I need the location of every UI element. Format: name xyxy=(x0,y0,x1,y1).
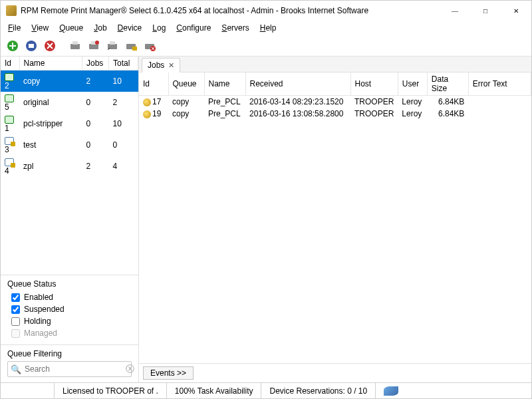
queue-row[interactable]: 1pcl-stripper010 xyxy=(1,113,138,134)
titlebar: RPM Remote Print Manager® Select 6.1.0.4… xyxy=(1,1,531,21)
managed-checkbox: Managed xyxy=(7,327,132,339)
printer-icon xyxy=(5,73,14,81)
content-area: Jobs ✕ Id Queue Name Received Host User … xyxy=(139,57,531,382)
printer-delete-button[interactable] xyxy=(142,38,158,54)
menu-servers[interactable]: Servers xyxy=(217,22,253,34)
jobs-header-datasize[interactable]: Data Size xyxy=(427,72,468,96)
printer3-button[interactable] xyxy=(104,38,120,54)
job-status-icon xyxy=(143,98,151,106)
queue-filtering-section: Queue Filtering 🔍 ⓧ xyxy=(1,344,138,382)
menu-log[interactable]: Log xyxy=(148,22,170,34)
queue-row[interactable]: 4zpl24 xyxy=(1,156,138,177)
close-tab-icon[interactable]: ✕ xyxy=(168,61,174,70)
status-availability: 100% Task Availability xyxy=(166,383,261,398)
svg-rect-2 xyxy=(29,44,34,48)
jobs-header-errortext[interactable]: Error Text xyxy=(468,72,531,96)
search-icon: 🔍 xyxy=(11,364,21,374)
svg-rect-4 xyxy=(70,44,80,49)
printer-icon xyxy=(5,116,14,124)
menu-device[interactable]: Device xyxy=(113,22,147,34)
queues-header-name[interactable]: Name xyxy=(19,57,82,70)
maximize-button[interactable]: □ xyxy=(470,1,501,21)
app-icon xyxy=(6,5,17,16)
queue-row[interactable]: 3test00 xyxy=(1,134,138,156)
events-bar: Events >> xyxy=(139,363,531,382)
add-queue-button[interactable] xyxy=(5,38,21,54)
clear-search-icon[interactable]: ⓧ xyxy=(126,363,134,375)
queues-header-jobs[interactable]: Jobs xyxy=(82,57,109,70)
menubar: File View Queue Job Device Log Configure… xyxy=(1,21,531,35)
queues-header-id[interactable]: Id xyxy=(1,57,19,70)
search-input[interactable] xyxy=(23,363,126,375)
queue-filtering-title: Queue Filtering xyxy=(7,349,132,358)
tabbar: Jobs ✕ xyxy=(139,57,531,72)
window-title: RPM Remote Print Manager® Select 6.1.0.4… xyxy=(21,6,440,15)
printer-icon xyxy=(5,158,14,166)
menu-queue[interactable]: Queue xyxy=(55,22,88,34)
tab-jobs-label: Jobs xyxy=(148,61,164,70)
queue-row[interactable]: 2copy210 xyxy=(1,70,138,92)
menu-help[interactable]: Help xyxy=(255,22,281,34)
job-row[interactable]: 19copyPre_PCL2016-03-16 13:08:58.2800TRO… xyxy=(139,108,531,120)
svg-rect-5 xyxy=(72,41,78,45)
svg-rect-6 xyxy=(89,44,98,49)
status-reservations: Device Reservations: 0 / 10 xyxy=(261,383,375,398)
events-button[interactable]: Events >> xyxy=(143,366,194,380)
printer-lock-button[interactable] xyxy=(123,38,139,54)
menu-file[interactable]: File xyxy=(3,22,25,34)
menu-view[interactable]: View xyxy=(27,22,53,34)
queue-row[interactable]: 5original02 xyxy=(1,92,138,113)
toolbar xyxy=(1,35,531,57)
sidebar: Id Name Jobs Total 2copy2105original021p… xyxy=(1,57,139,382)
queue-status-title: Queue Status xyxy=(7,279,132,289)
menu-configure[interactable]: Configure xyxy=(172,22,215,34)
jobs-header-received[interactable]: Received xyxy=(245,72,350,96)
jobs-header-queue[interactable]: Queue xyxy=(168,72,204,96)
tab-jobs[interactable]: Jobs ✕ xyxy=(142,58,180,72)
printer-icon xyxy=(5,137,14,145)
queues-header-total[interactable]: Total xyxy=(109,57,138,70)
close-button[interactable]: ✕ xyxy=(501,1,531,21)
job-status-icon xyxy=(143,110,151,118)
jobs-table[interactable]: Id Queue Name Received Host User Data Si… xyxy=(139,72,531,363)
delete-queue-button[interactable] xyxy=(42,38,58,54)
printer-icon xyxy=(5,94,14,102)
holding-checkbox[interactable]: Holding xyxy=(7,315,132,327)
svg-rect-10 xyxy=(110,41,115,45)
minimize-button[interactable]: — xyxy=(440,1,470,21)
statusbar: Licensed to TROOPER of . 100% Task Avail… xyxy=(1,382,531,398)
printer2-button[interactable] xyxy=(86,38,102,54)
queues-table[interactable]: Id Name Jobs Total 2copy2105original021p… xyxy=(1,57,138,275)
job-row[interactable]: 17copyPre_PCL2016-03-14 08:29:23.1520TRO… xyxy=(139,96,531,108)
svg-point-8 xyxy=(95,41,99,45)
feather-icon xyxy=(384,386,398,396)
suspended-checkbox[interactable]: Suspended xyxy=(7,303,132,315)
configure-queue-button[interactable] xyxy=(23,38,39,54)
svg-rect-12 xyxy=(132,47,137,51)
jobs-header-name[interactable]: Name xyxy=(204,72,245,96)
jobs-header-user[interactable]: User xyxy=(398,72,427,96)
printer1-button[interactable] xyxy=(67,38,83,54)
menu-job[interactable]: Job xyxy=(89,22,111,34)
status-licensed: Licensed to TROOPER of . xyxy=(54,383,166,398)
queue-status-section: Queue Status Enabled Suspended Holding M… xyxy=(1,275,138,344)
jobs-header-host[interactable]: Host xyxy=(350,72,398,96)
enabled-checkbox[interactable]: Enabled xyxy=(7,291,132,303)
jobs-header-id[interactable]: Id xyxy=(139,72,168,96)
